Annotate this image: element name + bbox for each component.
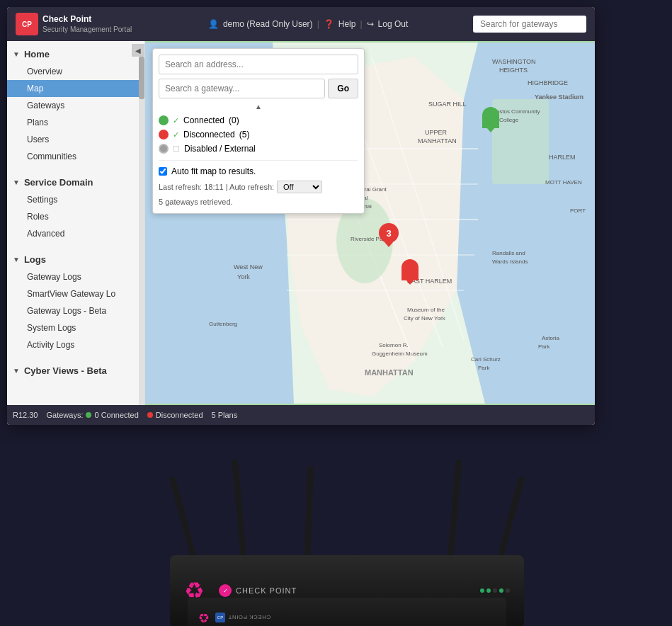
check-icon-connected: ✓ — [173, 116, 179, 125]
auto-refresh-select[interactable]: Off 1 min 5 min 10 min — [277, 181, 322, 193]
sidebar-item-smartview-gateway-logs[interactable]: SmartView Gateway Lo — [7, 285, 144, 302]
retrieved-text: 5 gateways retrieved. — [159, 196, 358, 207]
logout-label[interactable]: Log Out — [378, 19, 409, 29]
nav-group-home-label: Home — [24, 49, 50, 59]
sidebar-item-users[interactable]: Users — [7, 131, 144, 148]
svg-text:City of New York: City of New York — [404, 315, 446, 321]
svg-text:Yankee Stadium: Yankee Stadium — [535, 93, 583, 101]
map-marker-cluster[interactable]: 3 — [379, 223, 399, 243]
disconnected-count: (5) — [239, 130, 250, 140]
sidebar-item-roles[interactable]: Roles — [7, 208, 144, 225]
collapse-arrow-icon: ▲ — [255, 103, 262, 110]
auto-fit-checkbox[interactable] — [159, 167, 167, 176]
map-marker-green[interactable] — [482, 107, 499, 128]
router-hardware: ♻ ✓ CHECK POINT ♻ CP CHECK POINT — [127, 371, 566, 626]
gateway-filter-input[interactable] — [159, 79, 325, 98]
main-layout: ◀ ▼ Home Overview Map Gateways Plans Use… — [7, 41, 595, 405]
nav-group-logs[interactable]: ▼ Logs — [7, 251, 144, 268]
antenna-3 — [304, 467, 314, 559]
arrow-icon: ▼ — [13, 178, 20, 186]
nav-group-cyber-views[interactable]: ▼ Cyber Views - Beta — [7, 362, 144, 380]
sidebar-item-overview[interactable]: Overview — [7, 63, 144, 80]
status-bar-version: R12.30 — [13, 411, 38, 419]
map-marker-red[interactable] — [402, 259, 418, 280]
connected-dot — [159, 115, 169, 125]
sidebar-item-settings[interactable]: Settings — [7, 191, 144, 208]
antenna-1 — [169, 476, 197, 559]
led-2 — [486, 588, 491, 593]
sidebar-item-communities[interactable]: Communities — [7, 148, 144, 165]
svg-text:Randalls and: Randalls and — [492, 250, 525, 256]
sidebar-item-map[interactable]: Map — [7, 80, 144, 97]
svg-text:Park: Park — [538, 343, 550, 350]
user-icon: 👤 — [208, 19, 219, 29]
svg-text:MANHATTAN: MANHATTAN — [418, 137, 457, 144]
antenna-5 — [497, 476, 525, 559]
connected-status-dot — [86, 412, 91, 418]
sidebar-item-gateways[interactable]: Gateways — [7, 97, 144, 114]
disabled-dot — [159, 144, 169, 154]
help-icon: ❓ — [324, 19, 334, 29]
nav-section-home: ▼ Home Overview Map Gateways Plans Users… — [7, 41, 144, 169]
sidebar-item-activity-logs[interactable]: Activity Logs — [7, 336, 144, 353]
nav-section-logs: ▼ Logs Gateway Logs SmartView Gateway Lo… — [7, 246, 144, 358]
led-4 — [499, 588, 503, 593]
second-brand-icon: CP — [215, 613, 225, 622]
divider — [159, 160, 358, 161]
disconnected-dot — [159, 130, 169, 140]
sidebar: ◀ ▼ Home Overview Map Gateways Plans Use… — [7, 41, 145, 405]
led-5 — [506, 588, 510, 593]
sidebar-item-gateway-logs[interactable]: Gateway Logs — [7, 268, 144, 285]
panel-collapse-button[interactable]: ▲ — [159, 103, 358, 110]
logout-icon: ↪ — [367, 19, 374, 29]
red-pin — [402, 259, 418, 280]
second-brand-label: CHECK POINT — [228, 614, 270, 620]
arrow-icon: ▼ — [13, 50, 20, 58]
nav-section-service-domain: ▼ Service Domain Settings Roles Advanced — [7, 169, 144, 246]
router-leds — [480, 588, 510, 593]
address-search-input[interactable] — [159, 55, 358, 74]
disabled-label: Disabled / External — [184, 144, 256, 154]
svg-text:Guggenheim Museum: Guggenheim Museum — [372, 351, 428, 357]
sidebar-item-advanced[interactable]: Advanced — [7, 225, 144, 242]
sidebar-collapse-button[interactable]: ◀ — [132, 44, 144, 57]
help-label[interactable]: Help — [338, 19, 356, 29]
connected-count: (0) — [229, 115, 239, 125]
logo-icon: CP — [16, 13, 38, 35]
search-gateway-row: Go — [159, 79, 358, 98]
refresh-label: Last refresh: 18:11 | Auto refresh: — [159, 183, 274, 191]
header-nav: 👤 demo (Read Only User) | ❓ Help | ↪ Log… — [149, 19, 467, 29]
sidebar-item-gateway-logs-beta[interactable]: Gateway Logs - Beta — [7, 302, 144, 319]
user-label: demo (Read Only User) — [223, 19, 313, 29]
go-button[interactable]: Go — [328, 79, 358, 98]
second-brand: CP CHECK POINT — [215, 613, 270, 622]
logo-area: CP Check Point Security Management Porta… — [16, 13, 132, 35]
svg-text:WASHINGTON: WASHINGTON — [492, 58, 536, 65]
brand-icon: ✓ — [219, 584, 232, 597]
check-icon-disconnected: ✓ — [173, 130, 179, 140]
sidebar-item-system-logs[interactable]: System Logs — [7, 319, 144, 336]
svg-text:Wards Islands: Wards Islands — [492, 258, 528, 265]
antenna-4 — [448, 460, 462, 559]
svg-text:Carl Schurz: Carl Schurz — [471, 356, 501, 363]
auto-fit-row: Auto fit map to results. — [159, 165, 358, 178]
connected-label: Connected — [183, 115, 224, 125]
gateway-search-input[interactable] — [473, 16, 586, 33]
nav-group-home[interactable]: ▼ Home — [7, 45, 144, 63]
svg-text:York: York — [237, 273, 250, 280]
svg-text:Solomon R.: Solomon R. — [379, 342, 409, 348]
nav-group-service-domain[interactable]: ▼ Service Domain — [7, 173, 144, 191]
nav-group-cyber-views-label: Cyber Views - Beta — [24, 365, 107, 376]
refresh-row: Last refresh: 18:11 | Auto refresh: Off … — [159, 178, 358, 196]
nav-section-cyber-views: ▼ Cyber Views - Beta — [7, 358, 144, 384]
search-panel: Go ▲ ✓ Connected (0) ✓ Disconnected — [152, 48, 365, 214]
svg-text:College: College — [499, 117, 519, 123]
second-logo: ♻ — [198, 610, 210, 625]
sidebar-item-plans[interactable]: Plans — [7, 114, 144, 131]
status-row-disconnected: ✓ Disconnected (5) — [159, 127, 358, 142]
svg-text:Astoria: Astoria — [542, 335, 559, 341]
svg-text:HARLEM: HARLEM — [549, 154, 576, 161]
svg-text:Park: Park — [478, 365, 490, 371]
arrow-icon: ▼ — [13, 256, 20, 263]
arrow-icon: ▼ — [13, 367, 20, 375]
